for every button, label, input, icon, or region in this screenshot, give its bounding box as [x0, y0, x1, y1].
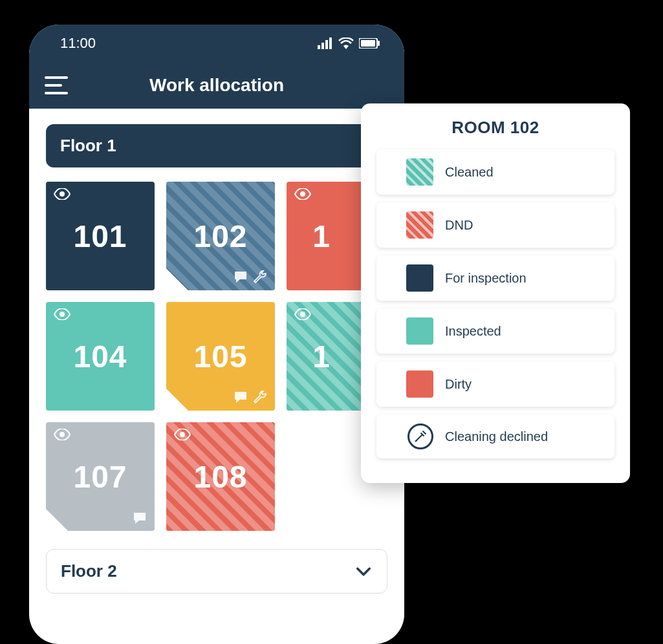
status-option-dirty[interactable]: Dirty — [376, 361, 614, 407]
status-bar: 11:00 — [29, 25, 404, 62]
for-inspection-swatch-icon — [406, 264, 433, 292]
svg-point-7 — [60, 191, 65, 197]
status-option-for-inspection[interactable]: For inspection — [376, 255, 614, 301]
svg-point-10 — [300, 312, 305, 317]
status-option-inspected[interactable]: Inspected — [376, 308, 614, 354]
svg-point-11 — [60, 432, 65, 437]
app-bar: Work allocation — [29, 62, 404, 109]
eye-icon — [54, 308, 71, 320]
room-tile-102[interactable]: 102 — [166, 182, 275, 290]
cleaned-swatch-icon — [406, 158, 433, 186]
svg-point-12 — [180, 432, 185, 437]
svg-rect-6 — [378, 41, 380, 46]
phone-frame: 11:00 Work allocation Floor 1 101 102 — [29, 25, 404, 644]
wrench-icon — [253, 270, 267, 284]
room-tile-105[interactable]: 105 — [166, 302, 275, 411]
room-tile-101[interactable]: 101 — [46, 182, 155, 290]
room-number: 1 — [312, 219, 331, 254]
comment-icon — [133, 511, 147, 524]
floor-label: Floor 2 — [61, 561, 117, 581]
status-option-cleaning-declined[interactable]: Cleaning declined — [376, 414, 614, 458]
floor-label: Floor 1 — [60, 136, 116, 155]
room-number: 1 — [312, 339, 331, 374]
svg-point-8 — [300, 191, 305, 197]
svg-rect-3 — [329, 38, 332, 49]
status-label: DND — [445, 218, 473, 233]
dnd-swatch-icon — [406, 211, 433, 239]
room-number: 102 — [193, 219, 247, 254]
content-area: Floor 1 101 102 1 104 — [29, 109, 404, 594]
room-tile-107[interactable]: 107 — [46, 422, 155, 531]
comment-icon — [234, 391, 248, 403]
chevron-down-icon — [354, 563, 373, 581]
eye-icon — [174, 429, 191, 440]
eye-icon — [294, 308, 311, 320]
page-title: Work allocation — [29, 75, 404, 96]
status-label: Cleaned — [445, 165, 494, 180]
eye-icon — [54, 188, 71, 200]
floor-header-2[interactable]: Floor 2 — [46, 549, 387, 594]
comment-icon — [234, 270, 248, 283]
wifi-icon — [338, 38, 354, 49]
svg-rect-2 — [325, 40, 328, 49]
room-tile-108[interactable]: 108 — [166, 422, 275, 531]
floor-header-1[interactable]: Floor 1 — [46, 124, 387, 167]
status-label: Inspected — [445, 324, 501, 339]
room-tile-104[interactable]: 104 — [46, 302, 155, 411]
room-number: 108 — [193, 459, 247, 495]
status-option-cleaned[interactable]: Cleaned — [376, 149, 614, 195]
room-number: 104 — [73, 339, 127, 374]
eye-icon — [294, 188, 311, 200]
svg-rect-5 — [361, 40, 375, 47]
room-status-popup: ROOM 102 Cleaned DND For inspection Insp… — [361, 103, 630, 483]
cell-signal-icon — [318, 38, 333, 49]
svg-rect-0 — [318, 45, 320, 49]
room-number: 105 — [193, 339, 247, 374]
menu-icon[interactable] — [45, 76, 68, 94]
eye-icon — [54, 429, 71, 440]
room-number: 101 — [73, 219, 127, 254]
popup-title: ROOM 102 — [376, 118, 614, 138]
status-label: Dirty — [445, 377, 472, 392]
status-label: For inspection — [445, 271, 527, 286]
svg-point-9 — [60, 312, 65, 317]
inspected-swatch-icon — [406, 317, 433, 345]
status-option-dnd[interactable]: DND — [376, 202, 614, 248]
room-grid: 101 102 1 104 105 — [46, 182, 387, 531]
svg-rect-1 — [321, 43, 324, 49]
cleaning-declined-icon — [408, 424, 433, 449]
room-number: 107 — [73, 459, 127, 495]
wrench-icon — [253, 390, 267, 404]
status-label: Cleaning declined — [445, 429, 548, 444]
clock-label: 11:00 — [60, 35, 96, 52]
status-icons — [318, 38, 380, 49]
battery-icon — [359, 38, 380, 48]
dirty-swatch-icon — [406, 370, 433, 398]
